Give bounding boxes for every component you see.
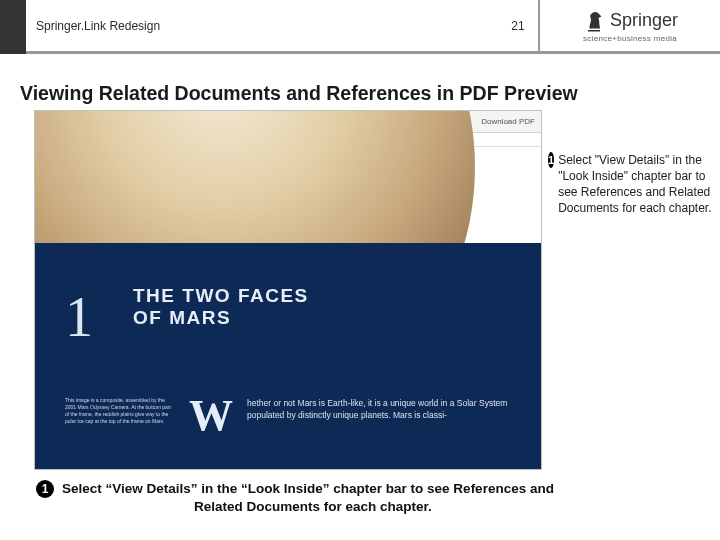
pdf-preview: View Details Thumbnails Enter Fullscreen… — [34, 110, 542, 470]
chapter-body-text: hether or not Mars is Earth-like, it is … — [247, 397, 521, 435]
bottom-line2: Related Documents for each chapter. — [62, 498, 554, 516]
image-caption: This image is a composite, assembled by … — [65, 397, 175, 435]
chapter-title-line2: OF MARS — [133, 307, 231, 328]
slide-header: Springer.Link Redesign 21 Springer scien… — [0, 0, 720, 54]
springer-logo: Springer science+business media — [540, 0, 720, 54]
chapter-title: THE TWO FACES OF MARS — [133, 285, 309, 329]
bottom-callout: 1 Select “View Details” in the “Look Ins… — [36, 480, 696, 516]
chapter-number: 1 — [65, 285, 93, 349]
header-spacer — [266, 0, 498, 54]
header-accent-stripe — [0, 0, 26, 54]
callout-1-right: 1 Select "View Details" in the "Look Ins… — [548, 152, 713, 216]
logo-tagline: science+business media — [583, 34, 677, 43]
bottom-line1: Select “View Details” in the “Look Insid… — [62, 481, 554, 496]
callout-text: Select "View Details" in the "Look Insid… — [558, 152, 713, 216]
bottom-callout-text: Select “View Details” in the “Look Insid… — [62, 480, 554, 516]
chess-knight-icon — [582, 9, 606, 33]
number-badge-icon: 1 — [548, 152, 554, 168]
pdf-page-body: 1 THE TWO FACES OF MARS This image is a … — [35, 147, 541, 469]
download-pdf-button[interactable]: Download PDF — [481, 117, 535, 126]
dropcap-letter: W — [189, 397, 233, 435]
chapter-dark-panel — [35, 243, 541, 469]
slide-number: 21 — [498, 0, 538, 54]
number-badge-icon: 1 — [36, 480, 54, 498]
page-title: Viewing Related Documents and References… — [20, 82, 578, 105]
chapter-title-line1: THE TWO FACES — [133, 285, 309, 306]
logo-text: Springer — [610, 10, 678, 31]
presentation-title: Springer.Link Redesign — [26, 0, 266, 54]
